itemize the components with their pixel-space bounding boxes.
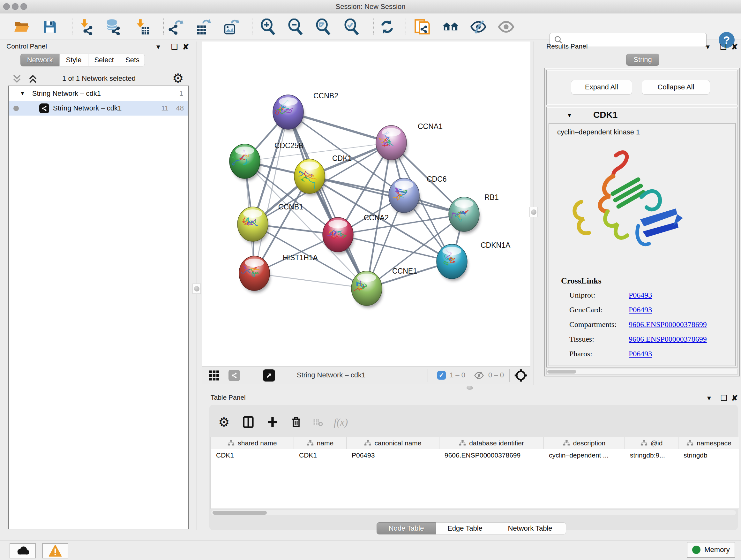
string-network-graph[interactable]: CCNB2CCNA1CDC25BCDK1CDC6RB1CCNB1CCNA2CDK… bbox=[202, 42, 530, 366]
add-column-icon[interactable] bbox=[266, 415, 280, 429]
column-header[interactable]: shared name bbox=[211, 437, 294, 449]
network-options-gear-icon[interactable]: ⚙ bbox=[172, 71, 184, 85]
selected-counts: 1 – 0 bbox=[450, 371, 465, 379]
protein-structure-image bbox=[565, 146, 689, 264]
function-builder-icon-disabled: f(x) bbox=[334, 415, 348, 429]
network-collection-row[interactable]: ▼ String Network – cdk1 1 bbox=[9, 86, 188, 101]
svg-text:RB1: RB1 bbox=[484, 193, 499, 201]
table-panel-close-icon[interactable]: ✘ bbox=[731, 394, 738, 402]
import-table-from-file-button[interactable] bbox=[133, 18, 151, 36]
string-network-icon bbox=[39, 104, 49, 113]
control-panel-float-icon[interactable]: ❑ bbox=[171, 43, 178, 51]
results-panel-collapse-icon[interactable]: ▼ bbox=[704, 44, 711, 51]
import-table-icon bbox=[134, 18, 151, 35]
results-panel-close-icon[interactable]: ✘ bbox=[731, 43, 738, 51]
crosslink-value[interactable]: P06493 bbox=[629, 350, 652, 358]
control-panel-collapse-icon[interactable]: ▼ bbox=[155, 44, 161, 51]
tab-style[interactable]: Style bbox=[59, 54, 88, 66]
zoom-out-button[interactable] bbox=[286, 18, 305, 36]
collection-expand-icon[interactable]: ▼ bbox=[20, 90, 25, 97]
scrollbar-thumb[interactable] bbox=[212, 511, 267, 515]
export-table-button[interactable] bbox=[194, 18, 212, 36]
tab-network[interactable]: Network bbox=[20, 54, 59, 66]
export-network-button[interactable] bbox=[167, 18, 185, 36]
column-header[interactable]: description bbox=[544, 437, 625, 449]
table-panel-body: ⚙ f(x) shared name bbox=[209, 405, 738, 530]
crosslink-value[interactable]: P06493 bbox=[629, 306, 652, 314]
collection-count: 1 bbox=[179, 89, 183, 98]
tab-network-table[interactable]: Network Table bbox=[494, 522, 566, 535]
table-gear-icon[interactable]: ⚙ bbox=[217, 415, 231, 429]
right-splitter-handle[interactable] bbox=[529, 207, 538, 217]
network-view-toolbar: String Network – cdk1 ✓ 1 – 0 0 – 0 bbox=[202, 366, 530, 384]
network-node-count: 11 bbox=[161, 104, 169, 112]
table-horizontal-scrollbar[interactable] bbox=[211, 510, 736, 515]
horizontal-splitter-handle[interactable] bbox=[467, 386, 473, 390]
zoom-selected-button[interactable] bbox=[343, 18, 360, 36]
node-table[interactable]: shared name name canonical name database… bbox=[211, 437, 739, 509]
crosslink-label: Uniprot: bbox=[569, 291, 595, 300]
hide-selected-button[interactable] bbox=[469, 18, 487, 36]
memory-button[interactable]: Memory bbox=[687, 542, 735, 558]
table-tabs: Node Table Edge Table Network Table bbox=[377, 522, 566, 535]
zoom-selected-icon bbox=[343, 18, 360, 35]
column-header[interactable]: @id bbox=[625, 437, 678, 449]
export-image-icon bbox=[223, 18, 239, 35]
control-panel-close-icon[interactable]: ✘ bbox=[183, 43, 189, 51]
import-network-from-file-button[interactable] bbox=[77, 18, 95, 36]
tab-sets[interactable]: Sets bbox=[120, 54, 145, 66]
zoom-fit-button[interactable] bbox=[314, 18, 332, 36]
network-row-selected[interactable]: String Network – cdk1 11 48 bbox=[9, 101, 188, 116]
open-in-window-icon[interactable] bbox=[263, 369, 275, 381]
selected-nodes-checkbox[interactable]: ✓ bbox=[437, 371, 446, 380]
column-header[interactable]: name bbox=[294, 437, 347, 449]
duplicate-network-button[interactable] bbox=[413, 18, 431, 36]
memory-status-dot bbox=[692, 546, 700, 554]
tab-select[interactable]: Select bbox=[88, 54, 120, 66]
results-panel-float-icon[interactable]: ❑ bbox=[720, 43, 727, 51]
network-status-dot bbox=[13, 106, 19, 111]
export-image-button[interactable] bbox=[222, 18, 240, 36]
expand-all-button[interactable]: Expand All bbox=[571, 80, 632, 95]
refresh-view-button[interactable] bbox=[378, 18, 396, 36]
collapse-all-networks-icon[interactable] bbox=[11, 73, 22, 84]
zoom-in-button[interactable] bbox=[259, 18, 277, 36]
left-splitter-handle[interactable] bbox=[192, 284, 201, 294]
string-view-icon[interactable] bbox=[228, 370, 240, 381]
grid-view-icon[interactable] bbox=[209, 370, 219, 381]
delete-column-icon[interactable] bbox=[289, 415, 303, 429]
table-panel-collapse-icon[interactable]: ▼ bbox=[706, 395, 712, 402]
tab-edge-table[interactable]: Edge Table bbox=[436, 522, 494, 535]
column-header[interactable]: namespace bbox=[678, 437, 739, 449]
show-view-button[interactable] bbox=[497, 18, 515, 36]
birds-eye-crosshair-icon[interactable] bbox=[514, 368, 528, 382]
export-table-icon bbox=[195, 18, 212, 35]
crosslink-value[interactable]: P06493 bbox=[629, 291, 652, 300]
column-header[interactable]: canonical name bbox=[347, 437, 440, 449]
toolbar-separator bbox=[374, 18, 374, 35]
network-label: String Network – cdk1 bbox=[53, 104, 122, 112]
column-header[interactable]: database identifier bbox=[440, 437, 544, 449]
collapse-all-button[interactable]: Collapse All bbox=[642, 80, 710, 95]
crosslink-value[interactable]: 9606.ENSP00000378699 bbox=[629, 320, 707, 329]
first-neighbors-button[interactable] bbox=[442, 18, 460, 36]
tab-node-table[interactable]: Node Table bbox=[377, 522, 436, 535]
tab-string[interactable]: String bbox=[626, 54, 659, 66]
table-row[interactable]: CDK1 CDK1 P06493 9606.ENSP00000378699 cy… bbox=[211, 449, 739, 461]
results-panel-title: Results Panel bbox=[546, 43, 588, 50]
results-horizontal-scrollbar[interactable] bbox=[546, 369, 738, 374]
gene-collapse-icon[interactable]: ▼ bbox=[566, 112, 572, 119]
import-network-from-database-button[interactable] bbox=[105, 18, 122, 36]
table-panel-float-icon[interactable]: ❑ bbox=[721, 394, 728, 402]
expand-all-networks-icon[interactable] bbox=[27, 73, 38, 84]
open-session-button[interactable] bbox=[13, 18, 30, 36]
show-columns-icon[interactable] bbox=[241, 415, 255, 429]
crosslink-value[interactable]: 9606.ENSP00000378699 bbox=[629, 335, 707, 344]
network-canvas[interactable]: CCNB2CCNA1CDC25BCDK1CDC6RB1CCNB1CCNA2CDK… bbox=[202, 42, 530, 366]
gene-name: CDK1 bbox=[593, 110, 617, 120]
title-bar: Session: New Session bbox=[0, 0, 741, 13]
toolbar-separator bbox=[72, 18, 72, 35]
save-session-button[interactable] bbox=[41, 18, 59, 36]
warnings-button[interactable] bbox=[42, 543, 68, 558]
cloud-button[interactable] bbox=[10, 543, 36, 558]
